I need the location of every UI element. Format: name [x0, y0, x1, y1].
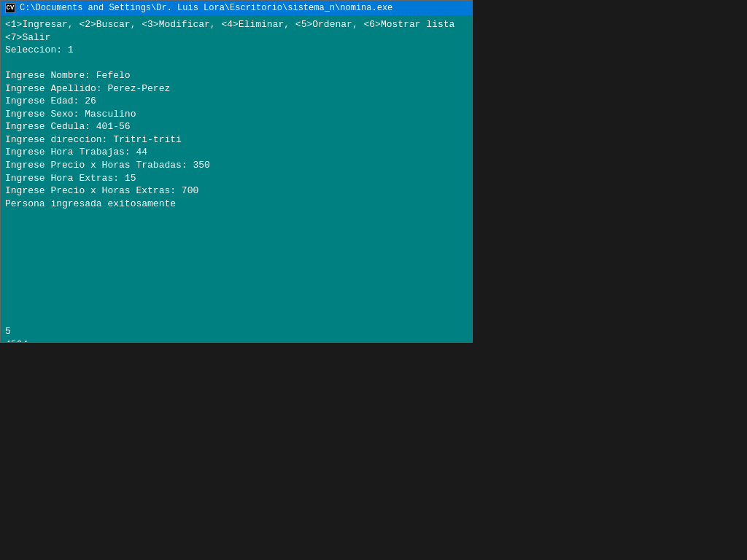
- terminal-window: CV C:\Documents and Settings\Dr. Luis Lo…: [0, 0, 473, 343]
- window-icon: CV: [5, 3, 15, 13]
- title-bar: CV C:\Documents and Settings\Dr. Luis Lo…: [1, 1, 472, 15]
- terminal-output[interactable]: <1>Ingresar, <2>Buscar, <3>Modificar, <4…: [1, 15, 472, 342]
- title-bar-text: C:\Documents and Settings\Dr. Luis Lora\…: [20, 3, 392, 13]
